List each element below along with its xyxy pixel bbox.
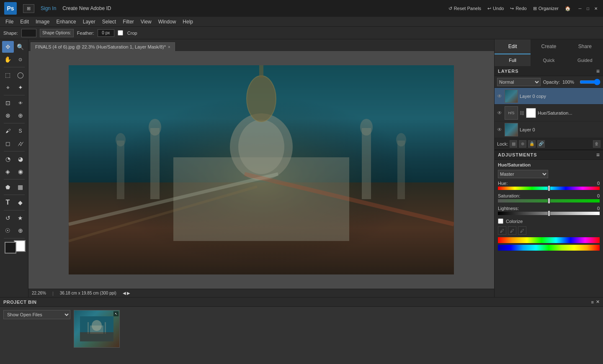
burn-tool[interactable]: ◕ — [15, 153, 26, 165]
star-tool[interactable]: ★ — [15, 212, 26, 224]
tool-group-marquee: ⬚ ◯ — [2, 69, 26, 81]
nav-next[interactable]: ▶ — [127, 291, 130, 295]
sign-in-link[interactable]: Sign In — [41, 5, 56, 11]
heal-tool[interactable]: ⊕ — [15, 110, 26, 121]
layer-delete-button[interactable]: 🗑 — [593, 140, 600, 148]
zoom2-tool[interactable]: ⊕ — [15, 225, 26, 236]
paint-bucket-tool[interactable]: ⬟ — [2, 181, 14, 193]
hue-label: Hue: — [498, 181, 508, 186]
clone-tool[interactable]: S — [15, 125, 26, 137]
canvas-container[interactable] — [28, 51, 494, 289]
maximize-button[interactable]: □ — [585, 5, 591, 11]
marquee-rect-tool[interactable]: ⬚ — [2, 69, 14, 81]
adjustments-options-button[interactable]: ≡ — [596, 151, 600, 158]
menu-window[interactable]: Window — [155, 18, 180, 26]
shapes-tool[interactable]: ◆ — [15, 197, 26, 208]
history-brush-tool[interactable]: ↺ — [2, 212, 14, 224]
tab-create[interactable]: Create — [531, 39, 567, 54]
show-open-files-select[interactable]: Show Open Files — [3, 310, 70, 319]
tab-edit[interactable]: Edit — [495, 39, 531, 54]
crop-checkbox[interactable] — [118, 30, 123, 36]
shape-options-button[interactable]: Shape Options: — [40, 29, 74, 37]
layer-row[interactable]: 👁 Layer 0 — [495, 121, 603, 138]
brush-tool[interactable]: 🖌 — [2, 125, 14, 137]
menu-view[interactable]: View — [137, 18, 155, 26]
text-tool[interactable]: T — [2, 197, 14, 208]
crop-label[interactable]: Crop — [127, 31, 137, 36]
saturation-handle[interactable] — [548, 198, 550, 204]
undo-button[interactable]: ↩ Undo — [487, 6, 504, 11]
adj-tool-1[interactable]: 🖊 — [498, 226, 506, 235]
project-bin-more[interactable]: ≡ — [591, 299, 594, 305]
hand2-tool[interactable]: ☉ — [2, 225, 14, 236]
view-toggle-button[interactable]: ⊞ — [23, 4, 34, 13]
spot-heal-tool[interactable]: ⊗ — [2, 110, 14, 121]
saturation-slider-row: Saturation: 0 — [498, 193, 600, 203]
edit-mode-full[interactable]: Full — [495, 54, 531, 66]
smudge-tool[interactable]: ⌭ — [15, 138, 26, 149]
blur-tool[interactable]: ◉ — [15, 166, 26, 177]
menu-layer[interactable]: Layer — [80, 18, 99, 26]
dodge-tool[interactable]: ◔ — [2, 153, 14, 165]
nav-prev[interactable]: ◀ — [123, 291, 126, 295]
colorize-checkbox[interactable] — [498, 218, 503, 224]
menu-select[interactable]: Select — [99, 18, 119, 26]
shape-selector[interactable] — [21, 29, 36, 37]
menu-enhance[interactable]: Enhance — [53, 18, 79, 26]
lightness-handle[interactable] — [548, 210, 550, 216]
menu-help[interactable]: Help — [179, 18, 196, 26]
blend-mode-select[interactable]: Normal Multiply Screen — [497, 78, 541, 86]
hand-tool[interactable]: ✋ — [2, 54, 14, 65]
saturation-value: 0 — [587, 193, 600, 198]
project-bin-close[interactable]: ✕ — [596, 299, 600, 305]
menu-filter[interactable]: Filter — [119, 18, 137, 26]
eraser-tool[interactable]: ◻ — [2, 138, 14, 149]
menu-edit[interactable]: Edit — [17, 18, 32, 26]
layer-row[interactable]: 👁 H/S ⛓ Hue/Saturation... — [495, 105, 603, 121]
move-tool[interactable]: ✥ — [2, 41, 14, 53]
adj-tool-2[interactable]: 🖊 — [508, 226, 516, 235]
gradient-tool[interactable]: ▦ — [15, 181, 26, 193]
feather-input[interactable] — [98, 29, 114, 37]
menu-file[interactable]: File — [2, 18, 17, 26]
canvas-tab[interactable]: FINALS (4 of 6).jpg @ 22.3% (Hue/Saturat… — [31, 42, 175, 51]
hue-handle[interactable] — [548, 185, 550, 191]
create-adobe-id-link[interactable]: Create New Adobe ID — [62, 5, 111, 11]
lock-extra-button[interactable]: 🔗 — [537, 140, 545, 148]
colorize-label[interactable]: Colorize — [506, 219, 523, 224]
lasso-tool[interactable]: ⌖ — [2, 82, 14, 93]
layer-eye-icon[interactable]: 👁 — [496, 110, 503, 116]
foreground-color[interactable] — [5, 242, 16, 254]
project-thumbnail[interactable]: ↖ — [74, 310, 120, 348]
menu-image[interactable]: Image — [32, 18, 53, 26]
lock-pixels-button[interactable]: ▦ — [510, 140, 517, 148]
sharpen-tool[interactable]: ◈ — [2, 166, 14, 177]
lock-position-button[interactable]: ⊕ — [519, 140, 526, 148]
eyedropper-tool[interactable]: ⊙ — [15, 54, 26, 65]
minimize-button[interactable]: ─ — [577, 5, 583, 11]
layers-options-button[interactable]: ≡ — [596, 68, 600, 74]
master-channel-select[interactable]: Master Reds Yellows Greens Cyans Blues M… — [498, 170, 548, 178]
layer-row[interactable]: 👁 Layer 0 copy — [495, 88, 603, 105]
reset-panels-button[interactable]: ↺ Reset Panels — [448, 6, 481, 11]
svg-rect-23 — [88, 322, 89, 334]
crop-tool[interactable]: ⊡ — [2, 97, 14, 109]
adj-tool-3[interactable]: 🖊 — [518, 226, 526, 235]
layer-eye-icon[interactable]: 👁 — [496, 93, 503, 100]
tab-close-button[interactable]: × — [168, 45, 170, 49]
marquee-ellipse-tool[interactable]: ◯ — [15, 69, 26, 81]
redo-button[interactable]: ↪ Redo — [510, 6, 526, 11]
color-picker[interactable] — [5, 242, 24, 259]
close-button[interactable]: ✕ — [593, 5, 599, 11]
edit-mode-guided[interactable]: Guided — [567, 54, 603, 66]
tab-share[interactable]: Share — [567, 39, 603, 54]
home-button[interactable]: 🏠 — [565, 6, 571, 11]
edit-mode-quick[interactable]: Quick — [531, 54, 567, 66]
zoom-tool[interactable]: 🔍 — [15, 41, 26, 53]
lock-all-button[interactable]: 🔒 — [528, 140, 536, 148]
organizer-button[interactable]: ⊞ Organizer — [533, 6, 559, 11]
opacity-slider[interactable] — [580, 79, 600, 85]
magic-wand-tool[interactable]: ✦ — [15, 82, 26, 93]
layer-eye-icon[interactable]: 👁 — [496, 126, 503, 133]
red-eye-tool[interactable]: 👁 — [15, 97, 26, 109]
